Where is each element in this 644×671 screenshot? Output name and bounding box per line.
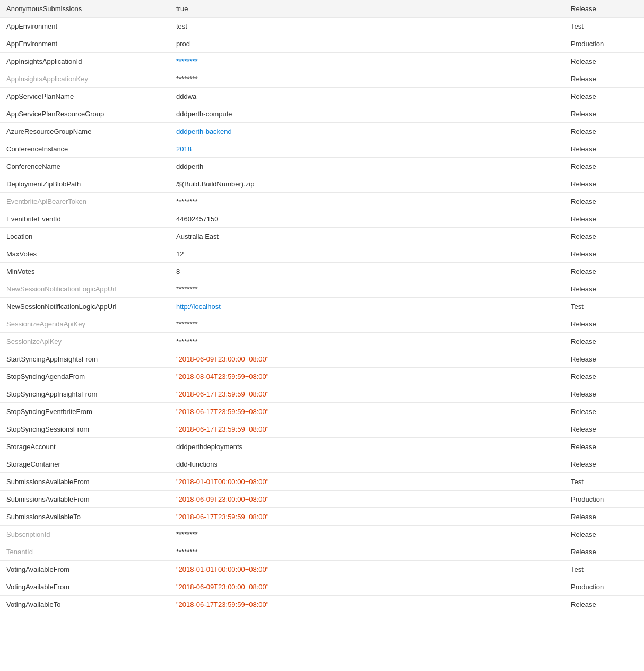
- config-value: "2018-06-17T23:59:59+08:00": [170, 510, 564, 524]
- config-scope: Release: [564, 177, 644, 191]
- table-row: StopSyncingAppInsightsFrom"2018-06-17T23…: [0, 385, 644, 403]
- config-scope: Release: [564, 212, 644, 226]
- table-row: SessionizeApiKey********Release: [0, 333, 644, 350]
- config-scope: Release: [564, 527, 644, 541]
- config-scope: Release: [564, 352, 644, 366]
- config-value: "2018-06-17T23:59:59+08:00": [170, 597, 564, 612]
- config-value: ********: [170, 334, 564, 349]
- config-name: NewSessionNotificationLogicAppUrl: [0, 282, 170, 296]
- config-value: 2018: [170, 142, 564, 156]
- config-scope: Release: [564, 405, 644, 419]
- table-row: AppEnvironmentprodProduction: [0, 35, 644, 53]
- config-name: NewSessionNotificationLogicAppUrl: [0, 299, 170, 314]
- config-scope: Release: [564, 89, 644, 104]
- config-value: ddd-functions: [170, 457, 564, 471]
- table-row: MaxVotes12Release: [0, 245, 644, 263]
- table-row: VotingAvailableTo"2018-06-17T23:59:59+08…: [0, 596, 644, 613]
- table-row: VotingAvailableFrom"2018-01-01T00:00:00+…: [0, 561, 644, 578]
- config-name: StopSyncingAppInsightsFrom: [0, 387, 170, 401]
- table-row: StopSyncingAgendaFrom"2018-08-04T23:59:5…: [0, 368, 644, 385]
- config-value: http://localhost: [170, 299, 564, 314]
- config-name: AppInsightsApplicationKey: [0, 72, 170, 86]
- config-value: Australia East: [170, 229, 564, 244]
- config-value: dddperthdeployments: [170, 440, 564, 454]
- table-row: AppInsightsApplicationId********Release: [0, 53, 644, 70]
- config-scope: Production: [564, 580, 644, 594]
- config-name: AnonymousSubmissions: [0, 2, 170, 16]
- config-value: 12: [170, 247, 564, 261]
- config-value: 44602457150: [170, 212, 564, 226]
- config-name: SessionizeAgendaApiKey: [0, 317, 170, 331]
- table-row: NewSessionNotificationLogicAppUrlhttp://…: [0, 298, 644, 315]
- config-name: EventbriteEventId: [0, 212, 170, 226]
- config-value: 8: [170, 264, 564, 279]
- config-name: MaxVotes: [0, 247, 170, 261]
- config-name: StopSyncingSessionsFrom: [0, 422, 170, 436]
- config-name: AppEnvironment: [0, 37, 170, 51]
- config-name: ConferenceName: [0, 159, 170, 174]
- config-name: AppInsightsApplicationId: [0, 54, 170, 68]
- config-scope: Release: [564, 545, 644, 559]
- config-scope: Test: [564, 475, 644, 489]
- config-name: StorageAccount: [0, 440, 170, 454]
- config-name: AppServicePlanName: [0, 89, 170, 104]
- config-scope: Release: [564, 334, 644, 349]
- config-scope: Release: [564, 54, 644, 68]
- table-row: AnonymousSubmissionstrueRelease: [0, 0, 644, 18]
- config-name: VotingAvailableFrom: [0, 580, 170, 594]
- config-scope: Release: [564, 194, 644, 209]
- config-scope: Release: [564, 72, 644, 86]
- table-row: SessionizeAgendaApiKey********Release: [0, 315, 644, 333]
- config-value: ********: [170, 282, 564, 296]
- config-value: "2018-06-09T23:00:00+08:00": [170, 492, 564, 506]
- config-name: SubmissionsAvailableFrom: [0, 475, 170, 489]
- table-row: NewSessionNotificationLogicAppUrl*******…: [0, 280, 644, 298]
- config-value: true: [170, 2, 564, 16]
- config-value: "2018-06-17T23:59:59+08:00": [170, 387, 564, 401]
- config-name: AppEnvironment: [0, 19, 170, 33]
- config-scope: Test: [564, 299, 644, 314]
- config-name: StorageContainer: [0, 457, 170, 471]
- config-name: VotingAvailableTo: [0, 597, 170, 612]
- config-value: "2018-06-17T23:59:59+08:00": [170, 422, 564, 436]
- config-name: SubscriptionId: [0, 527, 170, 541]
- config-value: "2018-01-01T00:00:00+08:00": [170, 562, 564, 577]
- config-scope: Release: [564, 440, 644, 454]
- config-table: AnonymousSubmissionstrueReleaseAppEnviro…: [0, 0, 644, 613]
- config-scope: Release: [564, 142, 644, 156]
- config-value: "2018-08-04T23:59:59+08:00": [170, 369, 564, 384]
- config-name: SubmissionsAvailableFrom: [0, 492, 170, 506]
- config-value: prod: [170, 37, 564, 51]
- config-value: dddwa: [170, 89, 564, 104]
- table-row: SubmissionsAvailableFrom"2018-01-01T00:0…: [0, 473, 644, 491]
- config-name: MinVotes: [0, 264, 170, 279]
- table-row: SubscriptionId********Release: [0, 526, 644, 543]
- config-value: dddperth-compute: [170, 107, 564, 121]
- config-value: ********: [170, 54, 564, 68]
- config-name: TenantId: [0, 545, 170, 559]
- config-scope: Production: [564, 37, 644, 51]
- config-value: ********: [170, 72, 564, 86]
- config-scope: Test: [564, 562, 644, 577]
- table-row: ConferenceNamedddperthRelease: [0, 158, 644, 175]
- table-row: StartSyncingAppInsightsFrom"2018-06-09T2…: [0, 350, 644, 368]
- table-row: StorageAccountdddperthdeploymentsRelease: [0, 438, 644, 455]
- config-name: StopSyncingEventbriteFrom: [0, 405, 170, 419]
- config-scope: Release: [564, 282, 644, 296]
- table-row: LocationAustralia EastRelease: [0, 228, 644, 245]
- table-row: ConferenceInstance2018Release: [0, 140, 644, 158]
- table-row: AppEnvironmenttestTest: [0, 18, 644, 35]
- config-value: ********: [170, 545, 564, 559]
- config-name: Location: [0, 229, 170, 244]
- config-scope: Release: [564, 317, 644, 331]
- config-scope: Production: [564, 492, 644, 506]
- config-scope: Release: [564, 510, 644, 524]
- table-row: StopSyncingEventbriteFrom"2018-06-17T23:…: [0, 403, 644, 420]
- config-name: SubmissionsAvailableTo: [0, 510, 170, 524]
- config-scope: Release: [564, 247, 644, 261]
- table-row: AppServicePlanResourceGroupdddperth-comp…: [0, 105, 644, 123]
- table-row: StopSyncingSessionsFrom"2018-06-17T23:59…: [0, 420, 644, 438]
- config-name: VotingAvailableFrom: [0, 562, 170, 577]
- config-scope: Release: [564, 597, 644, 612]
- config-scope: Release: [564, 369, 644, 384]
